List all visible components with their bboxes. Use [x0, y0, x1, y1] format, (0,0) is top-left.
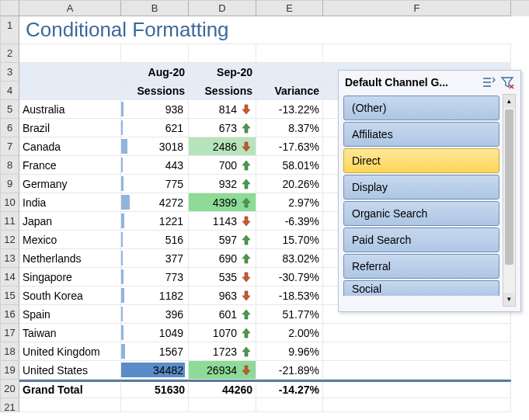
header-cell[interactable] — [19, 63, 121, 82]
row-header[interactable]: 8 — [1, 156, 19, 175]
row-header[interactable]: 16 — [1, 305, 19, 324]
sep-sessions-cell[interactable]: 690 — [189, 249, 256, 268]
aug-sessions-cell[interactable]: 621 — [121, 119, 189, 137]
country-cell[interactable]: Australia — [19, 100, 121, 119]
slicer-item[interactable]: Display — [343, 175, 499, 200]
header-cell[interactable]: Aug-20 — [121, 63, 189, 82]
row-header[interactable]: 10 — [1, 193, 19, 212]
header-cell[interactable] — [256, 63, 323, 82]
blank-cell[interactable] — [189, 398, 256, 412]
aug-sessions-cell[interactable]: 938 — [121, 100, 189, 119]
title-cell[interactable]: Conditional Formatting — [19, 16, 323, 44]
country-cell[interactable]: United Kingdom — [19, 342, 121, 361]
row-header[interactable]: 13 — [1, 249, 19, 268]
slicer-item[interactable]: Direct — [343, 148, 499, 173]
variance-cell[interactable]: 2.00% — [256, 324, 323, 342]
column-header[interactable]: E — [256, 1, 323, 16]
variance-cell[interactable]: 2.97% — [256, 193, 323, 212]
sep-sessions-cell[interactable]: 535 — [189, 268, 256, 286]
clear-filter-icon[interactable] — [500, 75, 514, 89]
variance-cell[interactable]: 15.70% — [256, 231, 323, 249]
variance-cell[interactable]: -30.79% — [256, 268, 323, 286]
variance-cell[interactable]: -18.53% — [256, 286, 323, 305]
scroll-up-button[interactable]: ▴ — [503, 95, 515, 108]
row-header[interactable]: 11 — [1, 212, 19, 231]
row-header[interactable]: 20 — [1, 380, 19, 398]
variance-cell[interactable]: 8.37% — [256, 119, 323, 137]
aug-sessions-cell[interactable]: 443 — [121, 156, 189, 175]
header-cell[interactable] — [19, 82, 121, 100]
total-sep[interactable]: 44260 — [189, 381, 256, 398]
blank-cell[interactable] — [323, 44, 511, 63]
slicer-item[interactable]: Social — [343, 280, 499, 296]
blank-cell[interactable] — [256, 398, 323, 412]
aug-sessions-cell[interactable]: 1049 — [121, 324, 189, 342]
variance-cell[interactable]: -13.22% — [256, 100, 323, 119]
sep-sessions-cell[interactable]: 1143 — [189, 212, 256, 231]
blank-cell[interactable] — [189, 44, 256, 63]
slicer-item[interactable]: Paid Search — [343, 227, 499, 252]
slicer-item[interactable]: Referral — [343, 254, 499, 279]
blank-cell[interactable] — [121, 44, 189, 63]
slicer-scrollbar[interactable]: ▴ ▾ — [503, 94, 516, 307]
slicer-item[interactable]: (Other) — [343, 95, 499, 120]
slicer-item[interactable]: Organic Search — [343, 201, 499, 226]
column-header[interactable]: F — [323, 1, 511, 16]
row-header[interactable]: 21 — [1, 398, 19, 412]
header-cell[interactable]: Sessions — [189, 82, 256, 100]
sep-sessions-cell[interactable]: 1070 — [189, 324, 256, 342]
aug-sessions-cell[interactable]: 4272 — [121, 193, 189, 212]
country-cell[interactable]: Netherlands — [19, 249, 121, 268]
country-cell[interactable]: France — [19, 156, 121, 175]
row-header[interactable]: 17 — [1, 324, 19, 342]
header-cell[interactable]: Sep-20 — [189, 63, 256, 82]
multi-select-icon[interactable] — [482, 75, 496, 89]
row-header[interactable]: 18 — [1, 342, 19, 361]
blank-cell[interactable] — [323, 381, 511, 398]
aug-sessions-cell[interactable]: 775 — [121, 175, 189, 193]
aug-sessions-cell[interactable]: 773 — [121, 268, 189, 286]
aug-sessions-cell[interactable]: 34482 — [121, 361, 189, 380]
aug-sessions-cell[interactable]: 377 — [121, 249, 189, 268]
sep-sessions-cell[interactable]: 673 — [189, 119, 256, 137]
country-cell[interactable]: United States — [19, 361, 121, 380]
aug-sessions-cell[interactable]: 1567 — [121, 342, 189, 361]
row-header[interactable]: 6 — [1, 119, 19, 137]
sep-sessions-cell[interactable]: 4399 — [189, 193, 256, 212]
row-header[interactable]: 9 — [1, 175, 19, 193]
blank-cell[interactable] — [323, 361, 511, 380]
blank-cell[interactable] — [19, 44, 121, 63]
country-cell[interactable]: Singapore — [19, 268, 121, 286]
header-cell[interactable]: Variance — [256, 82, 323, 100]
blank-cell[interactable] — [121, 398, 189, 412]
sep-sessions-cell[interactable]: 700 — [189, 156, 256, 175]
scroll-thumb[interactable] — [505, 109, 513, 265]
variance-cell[interactable]: 9.96% — [256, 342, 323, 361]
row-header[interactable]: 7 — [1, 137, 19, 156]
slicer-item[interactable]: Affiliates — [343, 122, 499, 147]
aug-sessions-cell[interactable]: 1221 — [121, 212, 189, 231]
aug-sessions-cell[interactable]: 396 — [121, 305, 189, 324]
country-cell[interactable]: South Korea — [19, 286, 121, 305]
sep-sessions-cell[interactable]: 963 — [189, 286, 256, 305]
variance-cell[interactable]: -21.89% — [256, 361, 323, 380]
select-all-corner[interactable] — [1, 1, 19, 16]
blank-cell[interactable] — [323, 398, 511, 412]
blank-cell[interactable] — [323, 324, 511, 342]
sep-sessions-cell[interactable]: 814 — [189, 100, 256, 119]
blank-cell[interactable] — [256, 44, 323, 63]
variance-cell[interactable]: 83.02% — [256, 249, 323, 268]
country-cell[interactable]: India — [19, 193, 121, 212]
column-header[interactable]: A — [19, 1, 121, 16]
variance-cell[interactable]: 51.77% — [256, 305, 323, 324]
country-cell[interactable]: Taiwan — [19, 324, 121, 342]
row-header[interactable]: 5 — [1, 100, 19, 119]
blank-cell[interactable] — [323, 342, 511, 361]
sep-sessions-cell[interactable]: 601 — [189, 305, 256, 324]
column-header[interactable]: B — [121, 1, 189, 16]
total-label[interactable]: Grand Total — [19, 381, 121, 398]
aug-sessions-cell[interactable]: 1182 — [121, 286, 189, 305]
row-header[interactable]: 19 — [1, 361, 19, 380]
header-cell[interactable]: Sessions — [121, 82, 189, 100]
blank-cell[interactable] — [323, 16, 511, 44]
